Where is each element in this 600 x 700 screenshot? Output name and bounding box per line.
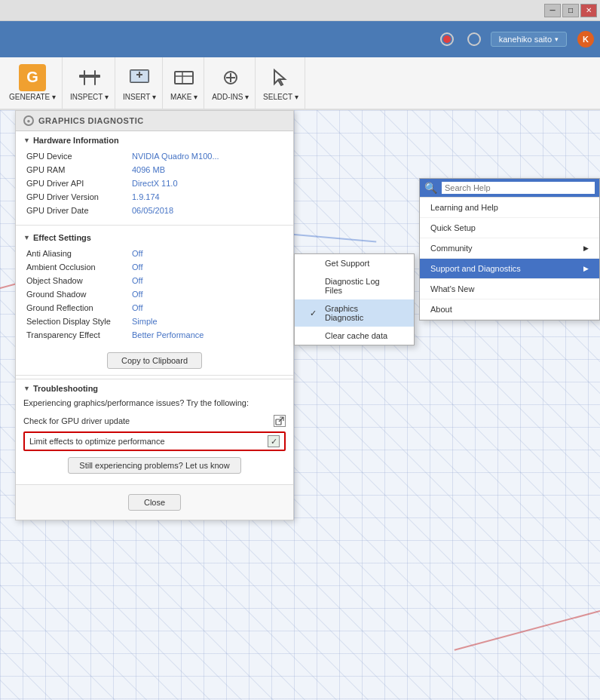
help-item-whats-new-label: What's New (430, 284, 474, 293)
hardware-section-label: Hardware Information (33, 136, 119, 145)
ribbon-toolbar: G GENERATE ▾ INSPECT ▾ INSERT (0, 57, 600, 110)
addins-label[interactable]: ADD-INS ▾ (212, 93, 249, 101)
support-diagnostics-arrow-icon: ▶ (583, 265, 589, 272)
generate-label[interactable]: GENERATE ▾ (9, 93, 56, 101)
ctx-get-support[interactable]: Get Support (295, 254, 414, 272)
effects-section: ▼ Effect Settings Anti Aliasing Off Ambi… (16, 229, 293, 346)
user-menu-button[interactable]: kanehiko saito ▾ (491, 32, 567, 47)
title-bar: ─ □ ✕ (0, 0, 600, 21)
ctx-clear-cache[interactable]: Clear cache data (295, 327, 414, 345)
still-experiencing-problems-button[interactable]: Still experiencing problems? Let us know (68, 457, 240, 474)
help-dropdown: 🔍 Learning and Help Quick Setup Communit… (419, 178, 600, 321)
ribbon-group-insert: INSERT ▾ (117, 57, 163, 109)
table-row: Ground Reflection Off (23, 301, 286, 315)
ribbon-group-select: SELECT ▾ (257, 57, 305, 109)
ribbon-group-make: MAKE ▾ (164, 57, 204, 109)
record-icon (440, 32, 454, 46)
eff-groundshadow-key: Ground Shadow (23, 287, 129, 301)
ribbon-group-generate: G GENERATE ▾ (3, 57, 63, 109)
record-inner-icon (443, 35, 451, 43)
help-item-community[interactable]: Community ▶ (420, 238, 599, 259)
maximize-button[interactable]: □ (562, 4, 579, 17)
eff-selection-key: Selection Display Style (23, 315, 129, 328)
hw-gpu-device-val: NVIDIA Quadro M100... (129, 149, 286, 163)
canvas-area[interactable]: ● GRAPHICS DIAGNOSTIC ▼ Hardware Informa… (0, 110, 600, 700)
inspect-label[interactable]: INSPECT ▾ (70, 93, 109, 101)
table-row: Transparency Effect Better Performance (23, 328, 286, 342)
diag-panel-title: GRAPHICS DIAGNOSTIC (38, 116, 144, 125)
help-item-support-diagnostics[interactable]: Support and Diagnostics ▶ (420, 259, 599, 279)
select-icon[interactable] (267, 66, 294, 90)
help-item-learning[interactable]: Learning and Help (420, 198, 599, 218)
ribbon-group-inspect: INSPECT ▾ (64, 57, 115, 109)
insert-label[interactable]: INSERT ▾ (123, 93, 156, 101)
diag-header-icon: ● (23, 115, 34, 126)
hardware-section-header: ▼ Hardware Information (23, 136, 286, 145)
table-row: Anti Aliasing Off (23, 247, 286, 260)
window-close-button[interactable]: ✕ (580, 4, 597, 17)
addins-svg-icon (219, 67, 243, 88)
close-panel-button[interactable]: Close (128, 494, 181, 511)
search-help-input[interactable] (442, 182, 595, 194)
help-item-learning-label: Learning and Help (430, 203, 498, 212)
eff-antialiasing-key: Anti Aliasing (23, 247, 129, 260)
external-link-icon[interactable] (274, 415, 286, 427)
help-search-bar: 🔍 (420, 179, 599, 198)
make-label[interactable]: MAKE ▾ (170, 93, 197, 101)
svg-rect-2 (94, 70, 96, 85)
svg-rect-5 (175, 72, 193, 84)
eff-groundreflect-val: Off (129, 301, 286, 315)
gpu-driver-update-label: Check for GPU driver update (23, 416, 130, 425)
insert-icon[interactable] (126, 66, 153, 90)
ctx-diagnostic-log-label: Diagnostic Log Files (325, 277, 399, 295)
clock-icon (467, 32, 481, 46)
eff-ambient-val: Off (129, 260, 286, 274)
help-item-whats-new[interactable]: What's New (420, 279, 599, 299)
help-item-about[interactable]: About (420, 299, 599, 320)
ctx-diagnostic-log[interactable]: Diagnostic Log Files (295, 272, 414, 299)
troubleshooting-section: ▼ Troubleshooting Experiencing graphics/… (16, 379, 293, 484)
table-row: Selection Display Style Simple (23, 315, 286, 328)
ctx-check-get-support (310, 259, 320, 268)
effects-section-label: Effect Settings (33, 233, 91, 242)
svg-rect-1 (84, 70, 85, 85)
limit-effects-checkbox[interactable]: ✓ (268, 435, 280, 447)
table-row: Object Shadow Off (23, 274, 286, 287)
ctx-graphics-diagnostic[interactable]: ✓ Graphics Diagnostic (295, 299, 414, 327)
help-item-quick-setup[interactable]: Quick Setup (420, 218, 599, 238)
insert-svg-icon (127, 67, 152, 88)
troubleshoot-arrow-icon: ▼ (23, 385, 30, 392)
effects-table: Anti Aliasing Off Ambient Occlusion Off … (23, 247, 286, 342)
eff-groundreflect-key: Ground Reflection (23, 301, 129, 315)
troubleshoot-description: Experiencing graphics/performance issues… (23, 398, 286, 409)
ctx-check-diagnostic-log (310, 281, 320, 290)
record-button[interactable] (436, 29, 458, 50)
ctx-clear-cache-label: Clear cache data (325, 331, 387, 340)
addins-icon[interactable] (217, 66, 244, 90)
gpu-driver-update-row: Check for GPU driver update (23, 415, 286, 427)
clock-button[interactable] (464, 29, 485, 50)
eff-groundshadow-val: Off (129, 287, 286, 301)
eff-ambient-key: Ambient Occlusion (23, 260, 129, 274)
eff-selection-val: Simple (129, 315, 286, 328)
generate-icon[interactable]: G (19, 66, 46, 90)
divider (16, 225, 293, 226)
troubleshoot-section-label: Troubleshooting (33, 384, 98, 393)
hw-gpu-api-val: DirectX 11.0 (129, 177, 286, 190)
hardware-table: GPU Device NVIDIA Quadro M100... GPU RAM… (23, 149, 286, 217)
limit-effects-label: Limit effects to optimize performance (29, 437, 165, 446)
inspect-icon[interactable] (76, 66, 103, 90)
table-row: GPU Driver Version 1.9.174 (23, 190, 286, 204)
ctx-get-support-label: Get Support (325, 259, 369, 268)
eff-objshadow-val: Off (129, 274, 286, 287)
make-icon[interactable] (170, 66, 197, 90)
hw-gpu-date-key: GPU Driver Date (23, 204, 129, 217)
table-row: Ambient Occlusion Off (23, 260, 286, 274)
minimize-button[interactable]: ─ (544, 4, 561, 17)
hw-gpu-version-val: 1.9.174 (129, 190, 286, 204)
top-toolbar: kanehiko saito ▾ K (0, 21, 600, 57)
ctx-graphics-diagnostic-label: Graphics Diagnostic (325, 304, 399, 322)
copy-to-clipboard-button[interactable]: Copy to Clipboard (107, 352, 202, 369)
community-arrow-icon: ▶ (583, 244, 589, 252)
select-label[interactable]: SELECT ▾ (263, 93, 298, 101)
